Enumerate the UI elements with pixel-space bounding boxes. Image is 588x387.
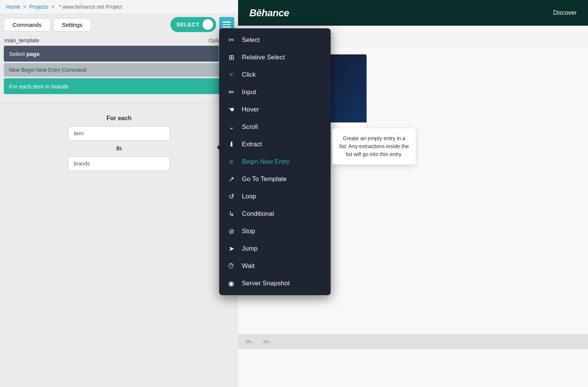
for-each-title: For each [107,115,132,122]
dropdown-item-select[interactable]: ✂Select [219,31,331,49]
command-item-select-page[interactable]: Select page + [4,46,234,62]
command-item-new-begin: New Begin New Entry Command [4,63,234,77]
go-to-template-label: Go To Template [242,175,286,183]
loop-label: Loop [242,193,256,200]
extract-icon: ⬇ [227,140,236,149]
input-label: Input [242,88,256,96]
scroll-icon: ⌄ [227,122,236,132]
behance-discover[interactable]: Discover [553,9,577,16]
hover-icon: ☚ [227,105,236,114]
scroll-label: Scroll [242,123,258,131]
begin-new-entry-label: Begin New Entry [242,158,290,166]
select-icon: ✂ [227,36,236,45]
breadcrumb: Home > Projects > * www.behance.net Proj… [0,0,238,14]
dropdown-item-conditional[interactable]: ↳Conditional [219,205,331,223]
begin-new-entry-tooltip: Create an empty entry in a list. Any ext… [333,128,416,164]
wait-label: Wait [242,262,254,270]
select-page-label: Select page [4,47,218,61]
dropdown-item-loop[interactable]: ↺Loop [219,188,331,205]
hamburger-line-1 [223,22,231,23]
dropdown-item-begin-new-entry[interactable]: ≡Begin New Entry [219,153,331,170]
bottom-text-2: ish... [263,339,273,344]
dropdown-item-input[interactable]: ✏Input [219,84,331,101]
left-panel: Home > Projects > * www.behance.net Proj… [0,0,238,387]
foreach-item-input[interactable] [68,126,170,141]
foreach-in-input[interactable] [68,156,170,171]
server-snapshot-label: Server Snapshot [242,280,290,287]
conditional-label: Conditional [242,210,274,218]
begin-new-entry-icon: ≡ [227,157,236,166]
behance-logo: Bēhance [249,7,289,19]
wait-icon: ⏱ [227,262,236,271]
behance-header: Bēhance Discover [238,0,588,26]
dropdown-item-extract[interactable]: ⬇Extract [219,136,331,153]
hover-label: Hover [242,106,259,113]
relative-select-label: Relative Select [242,54,285,61]
dropdown-item-stop[interactable]: ⊘Stop [219,223,331,240]
in-label: In [116,145,122,152]
tab-settings[interactable]: Settings [53,18,91,31]
bottom-text-1: Mo... [246,339,256,344]
dropdown-item-wait[interactable]: ⏱Wait [219,257,331,275]
extract-label: Extract [242,141,262,148]
click-icon: ☜ [227,70,236,79]
dropdown-item-server-snapshot[interactable]: ◉Server Snapshot [219,275,331,292]
command-dropdown-menu: ✂Select⊞Relative Select☜Click✏Input☚Hove… [219,28,331,295]
command-list: Select page + New Begin New Entry Comman… [0,46,238,96]
hamburger-line-2 [223,24,231,25]
template-bar: main_template Options ▼ [0,35,238,46]
stop-icon: ⊘ [227,227,236,236]
conditional-icon: ↳ [227,209,236,218]
jump-icon: ➤ [227,244,236,253]
bottom-strip: Mo... ish... [238,334,588,349]
dropdown-item-jump[interactable]: ➤Jump [219,240,331,257]
select-label: Select [242,36,260,44]
dropdown-item-hover[interactable]: ☚Hover [219,101,331,118]
dropdown-item-go-to-template[interactable]: ↗Go To Template [219,170,331,188]
template-name: main_template [5,37,209,43]
top-bar: Commands Settings SELECT [0,14,238,35]
breadcrumb-project: * www.behance.net Project [59,4,122,10]
toggle-circle [203,19,213,30]
loop-icon: ↺ [227,192,236,201]
stop-label: Stop [242,228,255,235]
select-toggle[interactable]: SELECT [170,17,216,32]
relative-select-icon: ⊞ [227,53,236,62]
command-item-foreach[interactable]: For each item in brands + [4,78,234,94]
breadcrumb-home[interactable]: Home [6,4,20,10]
dropdown-item-scroll[interactable]: ⌄Scroll [219,118,331,136]
select-toggle-label: SELECT [176,22,200,28]
input-icon: ✏ [227,88,236,97]
jump-label: Jump [242,245,258,252]
tab-commands[interactable]: Commands [4,18,50,31]
hamburger-line-3 [223,26,231,28]
server-snapshot-icon: ◉ [227,279,236,288]
go-to-template-icon: ↗ [227,175,236,184]
breadcrumb-projects[interactable]: Projects [29,4,48,10]
foreach-section: For each In [0,103,238,182]
foreach-label: For each item in brands [4,79,218,93]
click-label: Click [242,71,256,79]
dropdown-item-relative-select[interactable]: ⊞Relative Select [219,49,331,66]
dropdown-item-click[interactable]: ☜Click [219,66,331,84]
